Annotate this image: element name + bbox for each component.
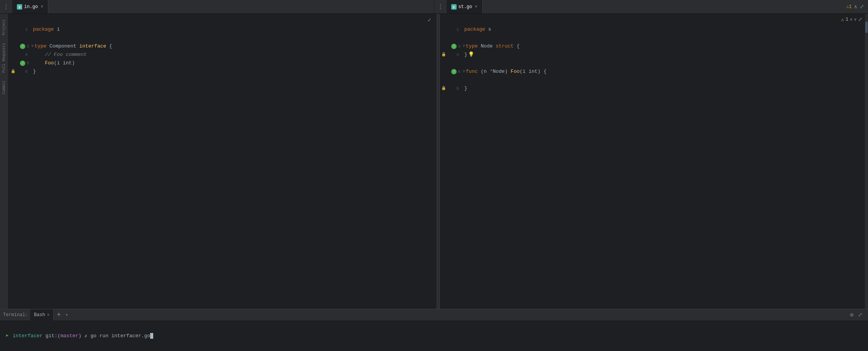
terminal-content[interactable]: ➤ interfacer git: ( master ) ✗ go run in… xyxy=(0,321,868,351)
gutter-icon-green-5: ↑ xyxy=(20,61,25,66)
r-code-line-8: 🔒 8 } xyxy=(440,84,868,93)
code-text-5: Foo(i int) xyxy=(31,59,75,67)
terminal-add-btn[interactable]: + xyxy=(54,309,64,321)
go-file-icon-right: g xyxy=(451,4,457,10)
gutter-icon-green-3: ↑ xyxy=(20,44,25,49)
right-tab-section: ⋮ g st.go × ⚠1 ∧ ⤢ xyxy=(434,0,868,13)
warning-indicator: ⚠1 xyxy=(846,4,852,10)
r-gutter-icon-green-6: ↑ xyxy=(451,69,457,74)
tab-close-in-go[interactable]: × xyxy=(41,4,43,10)
warning-triangle: ⚠ xyxy=(841,16,844,23)
code-text-1: package i xyxy=(31,25,60,34)
terminal-bash-label: Bash xyxy=(34,312,45,318)
r-fold-arrow-3[interactable]: ▽ xyxy=(463,42,465,51)
terminal-bash-close[interactable]: × xyxy=(47,313,50,317)
sidebar-item-commit[interactable]: Commit xyxy=(2,78,6,97)
code-line-blank-2 xyxy=(8,34,437,42)
warning-count: 1 xyxy=(846,17,848,22)
pane-divider xyxy=(437,14,440,309)
r-gutter-3: ↑ 3 xyxy=(440,42,463,51)
three-dots-right[interactable]: ⋮ xyxy=(434,3,447,11)
three-dots-left[interactable]: ⋮ xyxy=(0,3,12,11)
code-line-5: ↑ 5 Foo(i int) xyxy=(8,59,437,67)
fold-lock-r8: 🔒 xyxy=(441,84,446,93)
terminal-bash-tab[interactable]: Bash × xyxy=(30,309,54,320)
code-line-1: 1 package i xyxy=(8,25,437,34)
terminal-cursor xyxy=(150,333,153,339)
tab-in-go[interactable]: g in.go × xyxy=(12,0,48,13)
r-gutter-icon-green-3: ↑ xyxy=(451,44,457,49)
r-gutter-8: 🔒 8 xyxy=(440,84,463,93)
r-code-line-3: ↑ 3 ▽ type Node struct { xyxy=(440,42,868,51)
app-window: ⋮ g in.go × ⋮ g st.go × ⚠1 ∧ ⤢ xyxy=(0,0,868,351)
r-code-text-1: package s xyxy=(463,25,491,34)
r-code-line-4: 🔒 4 }💡 xyxy=(440,51,868,59)
right-editor-warning: ⚠ 1 ∧ ∨ ⤢ xyxy=(841,16,863,23)
maximize-right[interactable]: ⤢ xyxy=(858,16,863,23)
tab-label-in-go: in.go xyxy=(24,4,38,10)
r-code-line-1: 1 package s xyxy=(440,25,868,34)
terminal-command: go run interfacer.go xyxy=(90,333,150,339)
fold-lock-r4: 🔒 xyxy=(441,51,446,59)
code-line-6: 🔒 6 } xyxy=(8,67,437,76)
r-gutter-6: ↑ 6 xyxy=(440,67,463,76)
terminal-git-label: git: xyxy=(43,333,57,339)
editors-container: ✓ 1 package i xyxy=(8,14,868,309)
expand-icon[interactable]: ∧ xyxy=(854,3,857,10)
sidebar-item-project[interactable]: Project xyxy=(2,17,6,38)
gutter-5: ↑ 5 xyxy=(8,59,31,67)
left-tab-section: ⋮ g in.go × xyxy=(0,0,434,13)
gutter-1: 1 xyxy=(8,25,31,34)
code-text-6: } xyxy=(31,67,36,76)
r-code-line-blank-3 xyxy=(440,59,868,67)
tab-st-go[interactable]: g st.go × xyxy=(447,0,483,13)
tab-label-st-go: st.go xyxy=(459,4,472,10)
right-editor-pane: ⚠ 1 ∧ ∨ ⤢ 1 package s xyxy=(440,14,868,309)
main-area: Project Pull Requests Commit ✓ 1 xyxy=(0,14,868,309)
r-code-text-6: func (n *Node) Foo(i int) { xyxy=(466,67,547,76)
bulb-icon[interactable]: 💡 xyxy=(468,52,474,57)
r-code-line-6: ↑ 6 ▽ func (n *Node) Foo(i int) { xyxy=(440,67,868,76)
warning-chevron-up[interactable]: ∧ xyxy=(850,17,853,22)
tab-close-st-go[interactable]: × xyxy=(475,4,478,10)
r-gutter-1: 1 xyxy=(440,25,463,34)
r-gutter-4: 🔒 4 xyxy=(440,51,463,59)
line-num-3: 3 xyxy=(26,42,29,51)
right-scrollbar-thumb[interactable] xyxy=(865,21,868,33)
terminal-tab-bar: Terminal: Bash × + ▾ ⚙ ⤢ xyxy=(0,309,868,321)
gutter-3: ↑ 3 xyxy=(8,42,31,51)
r-fold-arrow-6[interactable]: ▽ xyxy=(463,67,465,76)
go-file-icon-left: g xyxy=(17,4,22,10)
warning-chevron-down[interactable]: ∨ xyxy=(854,17,857,22)
code-line-4: 4 // Foo comment xyxy=(8,51,437,59)
gutter-6: 🔒 6 xyxy=(8,67,31,76)
terminal-git-x: ✗ xyxy=(82,333,88,339)
code-text-3: type Component interface { xyxy=(34,42,112,51)
r-code-line-blank-2 xyxy=(440,34,868,42)
terminal-cwd: interfacer xyxy=(13,333,43,339)
terminal-maximize-btn[interactable]: ⤢ xyxy=(856,312,865,318)
line-num-5: 5 xyxy=(26,59,29,67)
r-code-text-8: } xyxy=(463,84,467,93)
code-text-4: // Foo comment xyxy=(31,51,87,59)
terminal-area: Terminal: Bash × + ▾ ⚙ ⤢ ➤ interfacer gi… xyxy=(0,309,868,351)
r-code-line-blank-1 xyxy=(440,17,868,25)
right-scrollbar[interactable] xyxy=(865,14,868,309)
terminal-branch-open: ( xyxy=(57,333,61,339)
fold-arrow-3[interactable]: ▽ xyxy=(31,42,34,51)
left-editor-pane: ✓ 1 package i xyxy=(8,14,437,309)
code-line-3: ↑ 3 ▽ type Component interface { xyxy=(8,42,437,51)
terminal-settings-btn[interactable]: ⚙ xyxy=(848,312,856,318)
terminal-label: Terminal: xyxy=(3,312,28,318)
terminal-branch-close: ) xyxy=(79,333,82,339)
r-code-text-4: }💡 xyxy=(463,51,474,59)
tab-bar: ⋮ g in.go × ⋮ g st.go × ⚠1 ∧ ⤢ xyxy=(0,0,868,14)
right-editor-content[interactable]: 1 package s ↑ 3 ▽ type Node s xyxy=(440,14,868,309)
maximize-icon[interactable]: ⤢ xyxy=(860,3,864,10)
sidebar-item-pull-requests[interactable]: Pull Requests xyxy=(2,41,6,75)
r-code-text-3: type Node struct { xyxy=(466,42,519,51)
gutter-4: 4 xyxy=(8,51,31,59)
terminal-dropdown-btn[interactable]: ▾ xyxy=(64,312,70,317)
code-line-blank-1 xyxy=(8,17,437,25)
left-editor-content[interactable]: 1 package i ↑ 3 ▽ type Compon xyxy=(8,14,437,309)
